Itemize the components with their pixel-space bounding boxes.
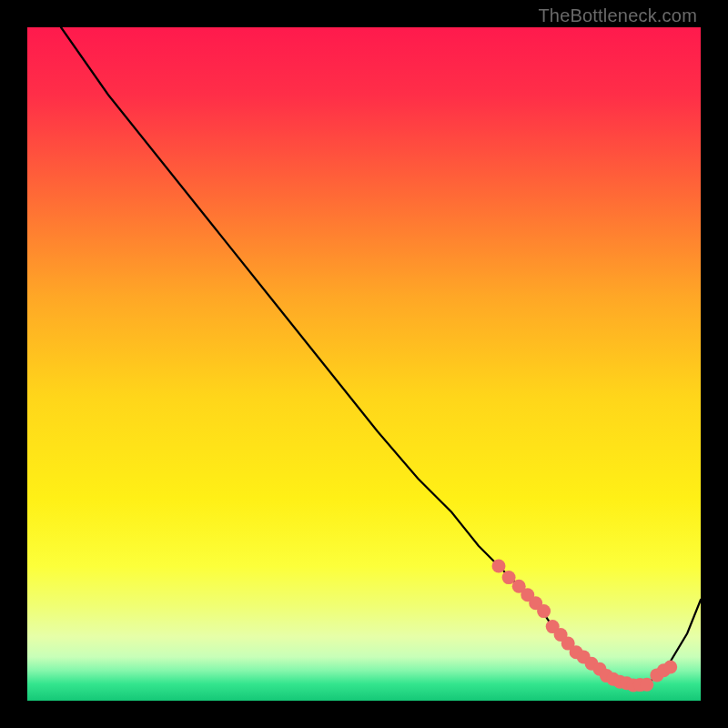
marker-group — [492, 560, 678, 693]
curve-marker — [640, 678, 653, 692]
bottleneck-curve — [61, 27, 701, 685]
curve-marker — [537, 604, 551, 618]
curve-marker — [663, 661, 677, 674]
curve-marker — [492, 560, 506, 573]
watermark-text: TheBottleneck.com — [538, 5, 697, 26]
plot-frame — [27, 27, 701, 701]
curve-layer — [27, 27, 701, 701]
